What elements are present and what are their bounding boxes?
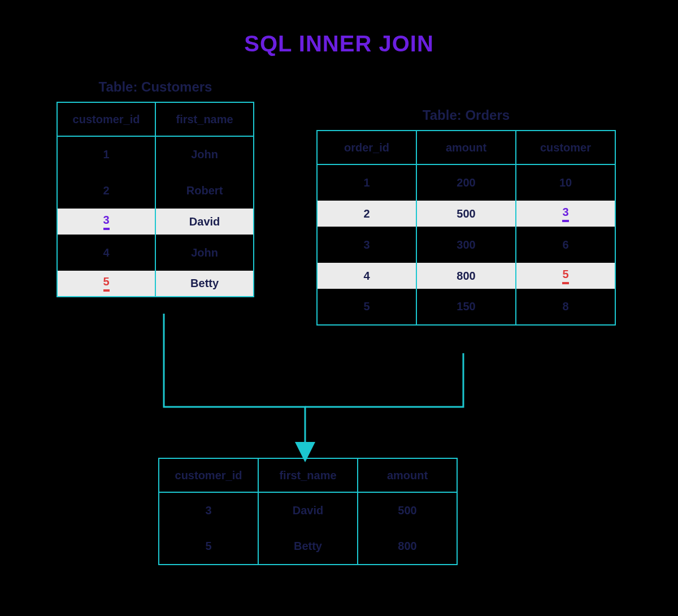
result-header-0: customer_id bbox=[159, 458, 258, 492]
join-key: 5 bbox=[562, 268, 568, 284]
table-cell: 1 bbox=[317, 164, 416, 201]
table-row: 48005 bbox=[317, 263, 615, 289]
table-cell: David bbox=[155, 209, 254, 235]
orders-header-0: order_id bbox=[317, 131, 416, 164]
table-cell: 150 bbox=[416, 289, 516, 325]
table-cell: 1 bbox=[57, 136, 155, 172]
table-cell: 500 bbox=[416, 201, 516, 227]
table-cell: 5 bbox=[57, 271, 155, 297]
join-key: 3 bbox=[103, 214, 110, 230]
join-key: 5 bbox=[103, 275, 110, 292]
table-row: 33006 bbox=[317, 227, 615, 263]
customers-header-1: first_name bbox=[155, 102, 254, 136]
customers-table-wrap: Table: Customers customer_id first_name … bbox=[56, 79, 254, 297]
table-cell: 500 bbox=[358, 492, 457, 528]
table-cell: 10 bbox=[516, 164, 615, 201]
orders-label: Table: Orders bbox=[316, 107, 616, 123]
table-cell: 8 bbox=[516, 289, 615, 325]
table-row: 120010 bbox=[317, 164, 615, 201]
customers-body: 1John2Robert3David4John5Betty bbox=[57, 136, 254, 297]
result-table: customer_id first_name amount 3David5005… bbox=[158, 458, 458, 565]
orders-header-1: amount bbox=[416, 131, 516, 164]
table-row: 3David500 bbox=[159, 492, 457, 528]
table-cell: 3 bbox=[317, 227, 416, 263]
table-cell: 300 bbox=[416, 227, 516, 263]
orders-table: order_id amount customer 120010250033300… bbox=[316, 130, 616, 326]
table-row: 2Robert bbox=[57, 172, 254, 209]
customers-header-0: customer_id bbox=[57, 102, 155, 136]
table-row: 4John bbox=[57, 235, 254, 271]
table-row: 51508 bbox=[317, 289, 615, 325]
table-cell: 3 bbox=[159, 492, 258, 528]
table-cell: Betty bbox=[258, 528, 358, 565]
table-cell: 3 bbox=[516, 201, 615, 227]
join-key: 3 bbox=[562, 206, 568, 222]
customers-table: customer_id first_name 1John2Robert3Davi… bbox=[56, 102, 254, 297]
table-row: 5Betty bbox=[57, 271, 254, 297]
table-cell: Robert bbox=[155, 172, 254, 209]
table-row: 25003 bbox=[317, 201, 615, 227]
table-cell: John bbox=[155, 235, 254, 271]
table-cell: 200 bbox=[416, 164, 516, 201]
table-row: 1John bbox=[57, 136, 254, 172]
table-row: 5Betty800 bbox=[159, 528, 457, 565]
result-body: 3David5005Betty800 bbox=[159, 492, 457, 565]
table-cell: 2 bbox=[317, 201, 416, 227]
table-cell: 4 bbox=[317, 263, 416, 289]
table-row: 3David bbox=[57, 209, 254, 235]
table-cell: David bbox=[258, 492, 358, 528]
table-cell: John bbox=[155, 136, 254, 172]
table-cell: 5 bbox=[516, 263, 615, 289]
table-cell: 2 bbox=[57, 172, 155, 209]
orders-body: 12001025003330064800551508 bbox=[317, 164, 615, 325]
table-cell: 4 bbox=[57, 235, 155, 271]
orders-header-2: customer bbox=[516, 131, 615, 164]
table-cell: 800 bbox=[358, 528, 457, 565]
table-cell: 800 bbox=[416, 263, 516, 289]
orders-table-wrap: Table: Orders order_id amount customer 1… bbox=[316, 107, 616, 326]
result-header-1: first_name bbox=[258, 458, 358, 492]
table-cell: 3 bbox=[57, 209, 155, 235]
table-cell: 5 bbox=[159, 528, 258, 565]
result-header-2: amount bbox=[358, 458, 457, 492]
diagram-title: SQL INNER JOIN bbox=[0, 31, 678, 57]
result-table-wrap: customer_id first_name amount 3David5005… bbox=[158, 458, 458, 565]
table-cell: Betty bbox=[155, 271, 254, 297]
table-cell: 5 bbox=[317, 289, 416, 325]
table-cell: 6 bbox=[516, 227, 615, 263]
customers-label: Table: Customers bbox=[56, 79, 254, 95]
